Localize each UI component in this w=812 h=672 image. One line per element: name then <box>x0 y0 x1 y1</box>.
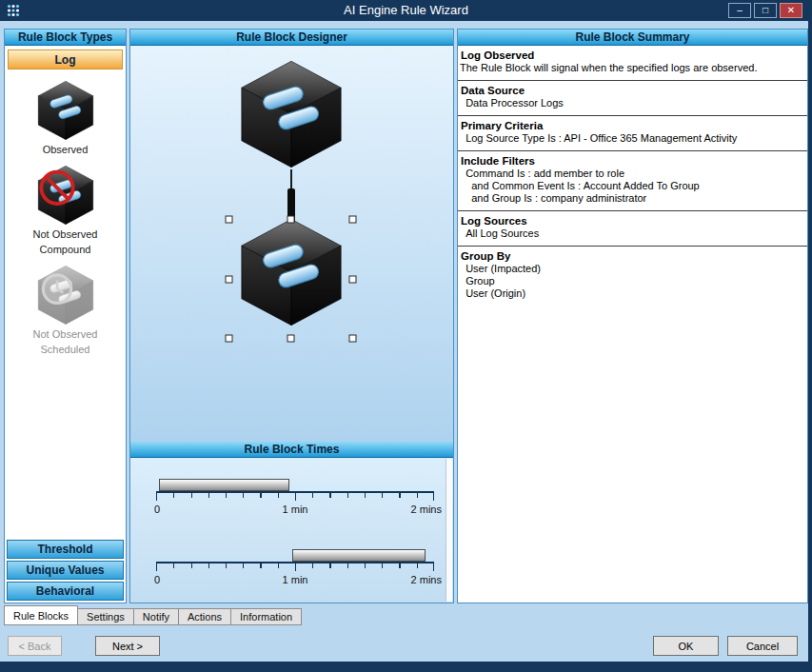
window-right-edge <box>808 0 812 672</box>
type-label: Observed <box>43 144 89 156</box>
rule-block-types-panel: Rule Block Types Log Observed Not Observ… <box>4 29 127 603</box>
rule-block-designer-header: Rule Block Designer <box>130 30 453 46</box>
type-item-not-observed-scheduled: Not Observed Scheduled <box>5 265 126 356</box>
tick-major <box>156 563 157 571</box>
window-controls: – □ ✕ <box>728 3 802 18</box>
summary-section-title: Log Observed <box>460 49 802 61</box>
tick-major <box>156 493 157 501</box>
time-slider-1: 0 1 min 2 mins <box>156 479 434 523</box>
summary-section-log-observed: Log Observed The Rule Block will signal … <box>458 46 807 81</box>
summary-section-title: Include Filters <box>460 155 802 167</box>
tick-major <box>433 563 434 571</box>
summary-line: All Log Sources <box>460 227 802 240</box>
back-button: < Back <box>8 636 62 656</box>
tab-actions[interactable]: Actions <box>178 608 231 625</box>
time-slider-2-labels: 0 1 min 2 mins <box>156 574 434 587</box>
type-label: Not Observed <box>33 328 98 341</box>
slider-label-0: 0 <box>154 504 160 515</box>
summary-line: User (Impacted) <box>460 263 802 275</box>
type-label: Scheduled <box>41 344 90 356</box>
summary-section-data-source: Data Source Data Processor Logs <box>458 81 807 116</box>
summary-section-title: Group By <box>460 250 802 262</box>
summary-line: and Common Event Is : Account Added To G… <box>460 180 802 192</box>
log-block-node-selected[interactable] <box>242 219 341 325</box>
summary-content: Log Observed The Rule Block will signal … <box>458 46 807 603</box>
summary-section-title: Primary Criteria <box>460 120 802 131</box>
maximize-button[interactable]: □ <box>754 3 777 18</box>
tab-settings[interactable]: Settings <box>77 608 134 625</box>
time-slider-1-bar[interactable] <box>159 479 289 491</box>
window-title: AI Engine Rule Wizard <box>0 3 812 17</box>
tab-rule-blocks[interactable]: Rule Blocks <box>4 605 78 625</box>
ok-button[interactable]: OK <box>653 636 719 656</box>
slider-label-2mins: 2 mins <box>411 504 442 515</box>
unique-values-category-button[interactable]: Unique Values <box>7 561 124 580</box>
summary-section-title: Data Source <box>460 85 802 96</box>
tick-major <box>295 493 296 501</box>
summary-section-title: Log Sources <box>460 215 802 227</box>
slider-label-2mins: 2 mins <box>411 574 442 585</box>
time-slider-2-bar[interactable] <box>292 549 426 562</box>
tab-notify[interactable]: Notify <box>133 608 179 625</box>
time-slider-2: 0 1 min 2 mins <box>156 549 434 593</box>
cancel-button[interactable]: Cancel <box>727 636 798 656</box>
log-block-node-top[interactable] <box>242 61 341 167</box>
rule-block-times-header: Rule Block Times <box>130 442 453 458</box>
slider-label-0: 0 <box>154 574 160 585</box>
summary-line: User (Origin) <box>460 287 802 300</box>
window-bottom-edge <box>0 662 812 672</box>
summary-line: Group <box>460 275 802 287</box>
designer-canvas-graphic <box>130 46 453 442</box>
not-observed-scheduled-icon <box>35 265 96 326</box>
designer-canvas[interactable] <box>130 46 453 442</box>
summary-line: Command Is : add member to role <box>460 168 802 180</box>
rule-block-summary-header: Rule Block Summary <box>458 30 807 46</box>
type-label: Not Observed <box>33 228 98 241</box>
ai-engine-rule-wizard-window: AI Engine Rule Wizard – □ ✕ Rule Block T… <box>0 0 812 672</box>
summary-section-include-filters: Include Filters Command Is : add member … <box>458 151 807 211</box>
type-item-observed[interactable]: Observed <box>5 80 126 156</box>
threshold-category-button[interactable]: Threshold <box>7 540 124 559</box>
next-button[interactable]: Next > <box>95 636 160 656</box>
behavioral-category-button[interactable]: Behavioral <box>7 582 124 601</box>
tab-information[interactable]: Information <box>230 608 302 625</box>
observed-cube-icon <box>35 80 96 141</box>
left-panel-spacer <box>5 356 126 539</box>
tick-major <box>433 493 434 501</box>
summary-section-primary-criteria: Primary Criteria Log Source Type Is : AP… <box>458 116 807 151</box>
minimize-button[interactable]: – <box>728 3 751 18</box>
close-button[interactable]: ✕ <box>780 3 802 18</box>
time-slider-1-labels: 0 1 min 2 mins <box>156 504 434 517</box>
slider-label-1min: 1 min <box>283 504 308 515</box>
summary-section-group-by: Group By User (Impacted) Group User (Ori… <box>458 247 807 306</box>
not-observed-compound-icon <box>35 165 96 226</box>
type-label: Compound <box>40 244 91 256</box>
times-scrollbar[interactable] <box>446 459 452 602</box>
summary-line: and Group Is : company administrator <box>460 192 802 205</box>
rule-block-times-area: 0 1 min 2 mins 0 1 min 2 mins <box>130 458 453 603</box>
rule-block-summary-panel: Rule Block Summary Log Observed The Rule… <box>457 29 808 603</box>
summary-section-log-sources: Log Sources All Log Sources <box>458 211 807 247</box>
rule-block-designer-panel: Rule Block Designer Rule Block Times <box>129 29 454 603</box>
tick-major <box>295 563 296 571</box>
type-item-not-observed-compound[interactable]: Not Observed Compound <box>5 165 126 256</box>
summary-line: Log Source Type Is : API - Office 365 Ma… <box>460 132 802 145</box>
slider-label-1min: 1 min <box>283 574 308 585</box>
titlebar[interactable]: AI Engine Rule Wizard – □ ✕ <box>0 0 812 21</box>
summary-line: Data Processor Logs <box>460 97 802 109</box>
rule-block-types-header: Rule Block Types <box>5 30 126 46</box>
log-category-button[interactable]: Log <box>8 49 123 69</box>
summary-line: The Rule Block will signal when the spec… <box>460 62 802 74</box>
wizard-tabstrip: Rule Blocks Settings Notify Actions Info… <box>4 605 302 625</box>
